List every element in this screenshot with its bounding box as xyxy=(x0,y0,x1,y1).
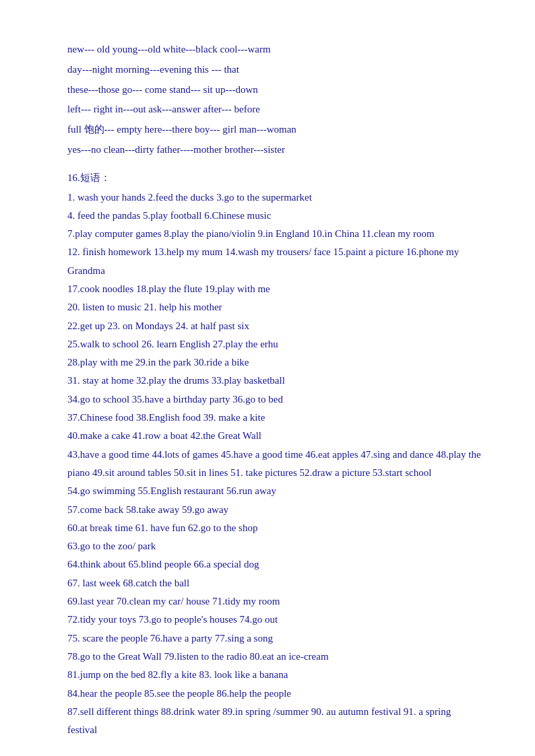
phrase-line: 34.go to school 35.have a birthday party… xyxy=(67,390,481,409)
antonyms-line-5: full 饱的--- empty here---there boy--- gir… xyxy=(67,121,481,139)
phrase-line: 81.jump on the bed 82.fly a kite 83. loo… xyxy=(67,666,481,684)
antonyms-line-3: these---those go--- come stand--- sit up… xyxy=(67,81,481,100)
phrase-line: 17.cook noodles 18.play the flute 19.pla… xyxy=(67,280,481,298)
phrase-line: 7.play computer games 8.play the piano/v… xyxy=(67,225,481,243)
antonyms-section: new--- old young---old white---black coo… xyxy=(67,40,481,160)
phrase-line: 64.think about 65.blind people 66.a spec… xyxy=(67,555,481,574)
phrase-line: 28.play with me 29.in the park 30.ride a… xyxy=(67,353,481,372)
section-title: 16.短语： xyxy=(67,172,481,184)
phrase-line: 78.go to the Great Wall 79.listen to the… xyxy=(67,648,481,666)
phrase-line: 63.go to the zoo/ park xyxy=(67,537,481,555)
phrase-line: 4. feed the pandas 5.play football 6.Chi… xyxy=(67,207,481,225)
antonyms-line-4: left--- right in---out ask---answer afte… xyxy=(67,100,481,119)
phrase-line: 67. last week 68.catch the ball xyxy=(67,574,481,592)
phrase-line: 31. stay at home 32.play the drums 33.pl… xyxy=(67,372,481,390)
phrase-line: 40.make a cake 41.row a boat 42.the Grea… xyxy=(67,427,481,445)
antonyms-line-6: yes---no clean---dirty father----mother … xyxy=(67,141,481,160)
phrases-section: 1. wash your hands 2.feed the ducks 3.go… xyxy=(67,188,481,740)
phrase-line: 87.sell different things 88.drink water … xyxy=(67,703,481,740)
phrase-line: 54.go swimming 55.English restaurant 56.… xyxy=(67,482,481,500)
phrase-line: 22.get up 23. on Mondays 24. at half pas… xyxy=(67,317,481,335)
phrase-line: 75. scare the people 76.have a party 77.… xyxy=(67,629,481,648)
phrase-line: 60.at break time 61. have fun 62.go to t… xyxy=(67,519,481,537)
phrase-line: 69.last year 70.clean my car/ house 71.t… xyxy=(67,592,481,611)
phrase-line: 25.walk to school 26. learn English 27.p… xyxy=(67,335,481,353)
phrase-line: 37.Chinese food 38.English food 39. make… xyxy=(67,409,481,427)
phrase-line: 57.come back 58.take away 59.go away xyxy=(67,501,481,519)
phrase-line: 43.have a good time 44.lots of games 45.… xyxy=(67,446,481,483)
phrase-line: 72.tidy your toys 73.go to people's hous… xyxy=(67,611,481,629)
phrase-line: 12. finish homework 13.help my mum 14.wa… xyxy=(67,243,481,280)
phrase-line: 20. listen to music 21. help his mother xyxy=(67,298,481,316)
phrase-line: 1. wash your hands 2.feed the ducks 3.go… xyxy=(67,188,481,207)
antonyms-line-2: day---night morning---evening this --- t… xyxy=(67,61,481,79)
phrase-line: 84.hear the people 85.see the people 86.… xyxy=(67,685,481,703)
antonyms-line-1: new--- old young---old white---black coo… xyxy=(67,40,481,59)
